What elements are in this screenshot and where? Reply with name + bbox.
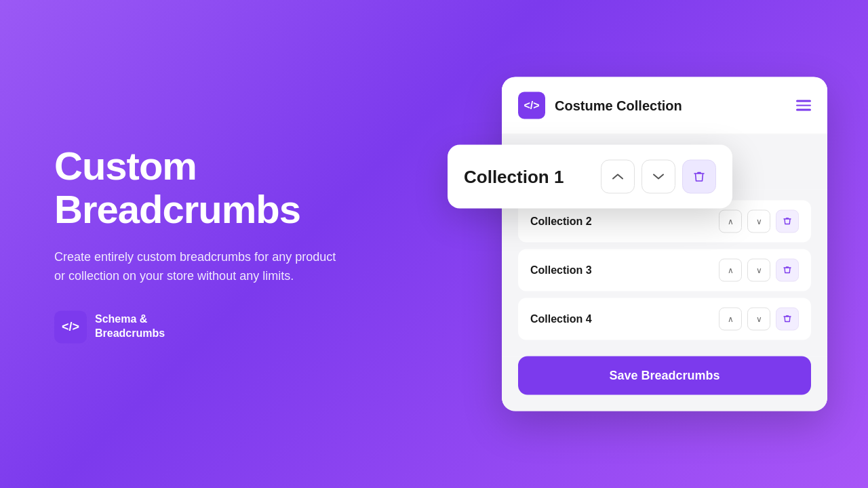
collection-item-4: Collection 4 ∧ ∨ xyxy=(518,298,811,340)
collection-3-controls: ∧ ∨ xyxy=(719,259,799,282)
chevron-up-icon xyxy=(612,173,624,181)
delete-icon xyxy=(783,266,792,275)
chevron-down-icon xyxy=(652,173,665,181)
collection-2-down-button[interactable]: ∨ xyxy=(747,210,770,233)
collection-3-up-button[interactable]: ∧ xyxy=(719,259,742,282)
collection-1-delete-button[interactable] xyxy=(682,160,716,194)
collection-1-up-button[interactable] xyxy=(601,160,635,194)
brand-name: Schema &Breadcrumbs xyxy=(95,313,165,342)
app-card: </> Costume Collection Select Collection… xyxy=(502,77,827,411)
collection-item-3: Collection 3 ∧ ∨ xyxy=(518,249,811,291)
app-header: </> Costume Collection xyxy=(502,77,827,135)
brand-icon: </> xyxy=(54,311,87,344)
collection-4-delete-button[interactable] xyxy=(776,308,799,331)
collection-4-down-button[interactable]: ∨ xyxy=(747,308,770,331)
collection-3-name: Collection 3 xyxy=(530,264,592,277)
save-breadcrumbs-button[interactable]: Save Breadcrumbs xyxy=(518,357,811,395)
delete-icon xyxy=(783,217,792,226)
collection-2-controls: ∧ ∨ xyxy=(719,210,799,233)
app-container: </> Costume Collection Select Collection… xyxy=(502,77,827,411)
collection-3-delete-button[interactable] xyxy=(776,259,799,282)
collections-list: Collection 2 ∧ ∨ Collection 3 ∧ ∨ xyxy=(502,190,827,357)
save-btn-wrap: Save Breadcrumbs xyxy=(502,357,827,411)
app-header-title: Costume Collection xyxy=(555,98,787,113)
collection-3-down-button[interactable]: ∨ xyxy=(747,259,770,282)
collection-1-down-button[interactable] xyxy=(642,160,675,194)
subtitle: Create entirely custom breadcrumbs for a… xyxy=(54,247,346,287)
trash-icon xyxy=(692,170,706,184)
collection-4-controls: ∧ ∨ xyxy=(719,308,799,331)
left-panel: Custom Breadcrumbs Create entirely custo… xyxy=(54,144,346,343)
hamburger-line-2 xyxy=(796,104,811,106)
collection-1-name: Collection 1 xyxy=(464,166,564,187)
app-header-icon: </> xyxy=(518,92,545,119)
collection-4-up-button[interactable]: ∧ xyxy=(719,308,742,331)
hamburger-line-1 xyxy=(796,100,811,102)
collection-2-name: Collection 2 xyxy=(530,216,592,228)
main-title: Custom Breadcrumbs xyxy=(54,144,346,231)
brand-badge: </> Schema &Breadcrumbs xyxy=(54,311,346,344)
hamburger-line-3 xyxy=(796,109,811,111)
collection-1-card: Collection 1 xyxy=(448,145,732,209)
collection-4-name: Collection 4 xyxy=(530,313,592,325)
collection-1-controls xyxy=(601,160,716,194)
collection-2-delete-button[interactable] xyxy=(776,210,799,233)
collection-2-up-button[interactable]: ∧ xyxy=(719,210,742,233)
hamburger-menu-button[interactable] xyxy=(796,100,811,111)
delete-icon xyxy=(783,314,792,324)
